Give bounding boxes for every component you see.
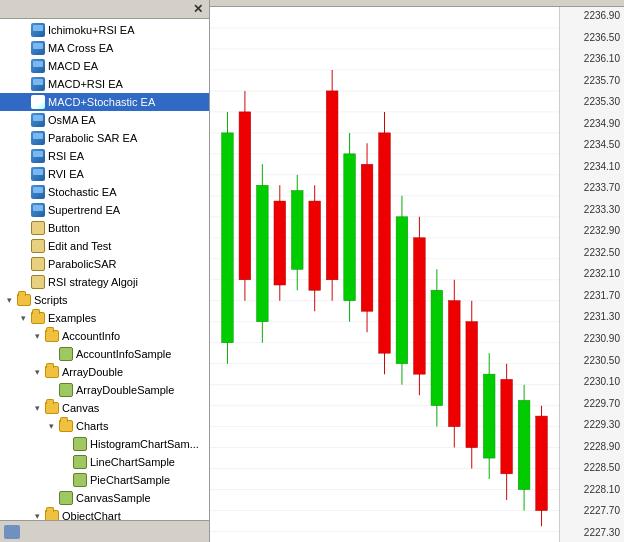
item-label-objectchart: ObjectChart (62, 508, 121, 520)
item-label-parabolicsar2: ParabolicSAR (48, 256, 116, 272)
expander-canvas[interactable]: ▾ (30, 403, 44, 413)
close-button[interactable]: ✕ (193, 3, 203, 15)
item-icon-objectchart (44, 509, 60, 520)
tree-item-piechartsample[interactable]: PieChartSample (0, 471, 209, 489)
item-icon-parabolicsar2 (30, 257, 46, 271)
price-label: 2230.10 (564, 375, 620, 389)
tree-item-ichimoku[interactable]: Ichimoku+RSI EA (0, 21, 209, 39)
tree-item-editandtest[interactable]: Edit and Test (0, 237, 209, 255)
svg-rect-48 (414, 238, 426, 374)
item-icon-macross (30, 41, 46, 55)
item-icon-rsistrategy (30, 275, 46, 289)
price-label: 2228.50 (564, 461, 620, 475)
navigator-panel: ✕ Ichimoku+RSI EAMA Cross EAMACD EAMACD+… (0, 0, 210, 542)
item-label-button: Button (48, 220, 80, 236)
tree-item-osma[interactable]: OsMA EA (0, 111, 209, 129)
item-icon-button (30, 221, 46, 235)
tree-item-stochastic[interactable]: Stochastic EA (0, 183, 209, 201)
item-label-histogramchartsam: HistogramChartSam... (90, 436, 199, 452)
price-label: 2227.30 (564, 526, 620, 540)
item-icon-ichimoku (30, 23, 46, 37)
price-label: 2236.50 (564, 31, 620, 45)
price-label: 2233.30 (564, 203, 620, 217)
item-label-piechartsample: PieChartSample (90, 472, 170, 488)
chart-area: 2236.902236.502236.102235.702235.302234.… (210, 0, 624, 542)
svg-rect-54 (466, 322, 478, 448)
tree-item-histogramchartsam[interactable]: HistogramChartSam... (0, 435, 209, 453)
item-label-accountinfo: AccountInfo (62, 328, 120, 344)
item-label-osma: OsMA EA (48, 112, 96, 128)
tree-item-macd[interactable]: MACD EA (0, 57, 209, 75)
expander-charts[interactable]: ▾ (44, 421, 58, 431)
item-icon-stochastic (30, 185, 46, 199)
item-icon-supertrend (30, 203, 46, 217)
price-label: 2235.70 (564, 74, 620, 88)
item-label-ichimoku: Ichimoku+RSI EA (48, 22, 135, 38)
svg-rect-46 (396, 217, 408, 364)
tree-item-rvi[interactable]: RVI EA (0, 165, 209, 183)
svg-rect-62 (536, 416, 548, 510)
price-label: 2232.10 (564, 267, 620, 281)
svg-rect-52 (448, 301, 460, 427)
tree-item-linechartsample[interactable]: LineChartSample (0, 453, 209, 471)
chart-body: 2236.902236.502236.102235.702235.302234.… (210, 7, 624, 542)
chart-canvas[interactable] (210, 7, 559, 542)
expander-objectchart[interactable]: ▾ (30, 511, 44, 520)
tree-item-supertrend[interactable]: Supertrend EA (0, 201, 209, 219)
price-label: 2229.30 (564, 418, 620, 432)
tree-item-rsi[interactable]: RSI EA (0, 147, 209, 165)
price-label: 2228.90 (564, 440, 620, 454)
tree-item-scripts[interactable]: ▾Scripts (0, 291, 209, 309)
item-label-examples: Examples (48, 310, 96, 326)
price-label: 2234.10 (564, 160, 620, 174)
item-label-rvi: RVI EA (48, 166, 84, 182)
item-label-parabolicsar: Parabolic SAR EA (48, 130, 137, 146)
svg-rect-44 (379, 133, 391, 353)
tree-item-canvas[interactable]: ▾Canvas (0, 399, 209, 417)
item-label-arraydoublesample: ArrayDoubleSample (76, 382, 174, 398)
item-label-macd-rsi: MACD+RSI EA (48, 76, 123, 92)
item-label-stochastic: Stochastic EA (48, 184, 116, 200)
tree-item-rsistrategy[interactable]: RSI strategy Algoji (0, 273, 209, 291)
tree-item-parabolicsar[interactable]: Parabolic SAR EA (0, 129, 209, 147)
item-label-rsistrategy: RSI strategy Algoji (48, 274, 138, 290)
item-icon-macd-rsi (30, 77, 46, 91)
item-icon-arraydouble (44, 365, 60, 379)
item-icon-macd (30, 59, 46, 73)
price-label: 2232.50 (564, 246, 620, 260)
tree-item-parabolicsar2[interactable]: ParabolicSAR (0, 255, 209, 273)
tree-item-macd-stoch[interactable]: MACD+Stochastic EA (0, 93, 209, 111)
expander-examples[interactable]: ▾ (16, 313, 30, 323)
tree-item-arraydouble[interactable]: ▾ArrayDouble (0, 363, 209, 381)
svg-rect-42 (361, 164, 373, 311)
expander-scripts[interactable]: ▾ (2, 295, 16, 305)
item-label-supertrend: Supertrend EA (48, 202, 120, 218)
tree-item-arraydoublesample[interactable]: ArrayDoubleSample (0, 381, 209, 399)
item-label-editandtest: Edit and Test (48, 238, 111, 254)
tree-item-charts[interactable]: ▾Charts (0, 417, 209, 435)
svg-rect-34 (291, 191, 303, 270)
tree-item-macd-rsi[interactable]: MACD+RSI EA (0, 75, 209, 93)
tree-item-accountinfo[interactable]: ▾AccountInfo (0, 327, 209, 345)
item-icon-osma (30, 113, 46, 127)
price-label: 2229.70 (564, 397, 620, 411)
price-label: 2231.70 (564, 289, 620, 303)
svg-rect-56 (483, 374, 495, 458)
svg-rect-36 (309, 201, 321, 290)
expander-arraydouble[interactable]: ▾ (30, 367, 44, 377)
services-icon[interactable] (4, 525, 20, 539)
item-label-canvassample: CanvasSample (76, 490, 151, 506)
tree-item-macross[interactable]: MA Cross EA (0, 39, 209, 57)
tree-item-accountinfosample[interactable]: AccountInfoSample (0, 345, 209, 363)
tree-item-objectchart[interactable]: ▾ObjectChart (0, 507, 209, 520)
svg-rect-30 (257, 185, 269, 321)
price-label: 2236.90 (564, 9, 620, 23)
item-label-macd: MACD EA (48, 58, 98, 74)
price-axis: 2236.902236.502236.102235.702235.302234.… (559, 7, 624, 542)
tree-item-examples[interactable]: ▾Examples (0, 309, 209, 327)
expander-accountinfo[interactable]: ▾ (30, 331, 44, 341)
tree-item-canvassample[interactable]: CanvasSample (0, 489, 209, 507)
tree-item-button[interactable]: Button (0, 219, 209, 237)
navigator-tree: Ichimoku+RSI EAMA Cross EAMACD EAMACD+RS… (0, 19, 209, 520)
item-icon-examples (30, 311, 46, 325)
